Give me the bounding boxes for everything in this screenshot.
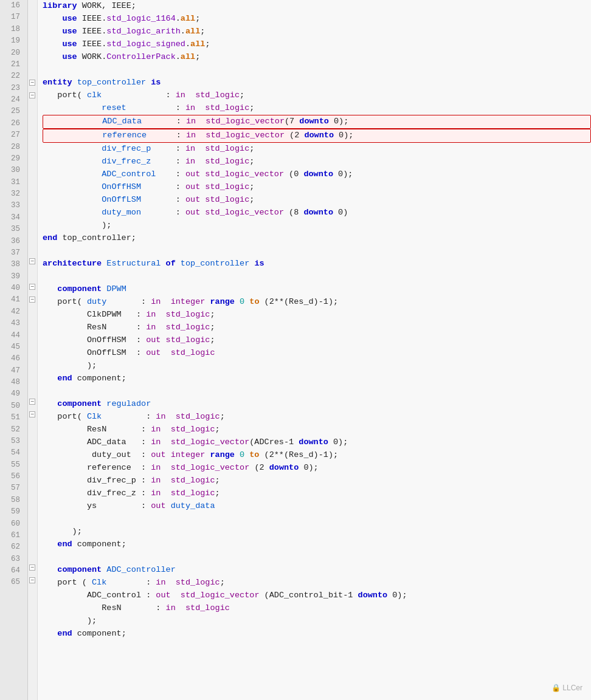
token: port(: [43, 296, 87, 309]
code-line: ys : out duty_data: [43, 500, 591, 513]
fold-line: [28, 128, 37, 140]
line-number: 39: [0, 271, 24, 283]
token: in: [186, 115, 206, 128]
token: IEEE.: [82, 38, 107, 51]
fold-collapse-icon[interactable]: −: [29, 80, 35, 86]
fold-collapse-icon[interactable]: −: [29, 284, 35, 290]
token: .: [181, 26, 185, 38]
fold-collapse-icon[interactable]: −: [29, 258, 35, 264]
token: std_logic: [205, 181, 249, 194]
line-number: 59: [0, 506, 24, 518]
code-line: library WORK, IEEE;: [43, 0, 591, 13]
token: in: [185, 143, 205, 156]
token: ADC_data :: [43, 436, 151, 449]
token: ;: [249, 181, 254, 194]
token: in: [151, 487, 170, 500]
token: :: [141, 194, 185, 207]
fold-collapse-icon[interactable]: −: [29, 92, 35, 98]
token: [43, 219, 102, 232]
token: downto: [269, 462, 299, 475]
code-line: );: [43, 360, 591, 372]
line-number: 40: [0, 283, 24, 294]
code-line: component regulador: [43, 398, 591, 411]
fold-collapse-icon[interactable]: −: [29, 399, 35, 405]
token: end: [43, 372, 77, 385]
token: end: [43, 232, 62, 245]
line-number: 23: [0, 83, 24, 94]
line-number: 16: [0, 0, 24, 12]
fold-collapse-icon[interactable]: −: [29, 577, 35, 583]
token: IEEE.: [82, 26, 107, 38]
token: 0);: [328, 436, 348, 449]
token: div_frec_p: [102, 143, 151, 156]
line-number: 22: [0, 70, 24, 82]
token: range: [210, 296, 240, 309]
code-line: div_frec_z : in std_logic;: [43, 156, 591, 168]
line-number: 34: [0, 212, 24, 224]
fold-collapse-icon[interactable]: −: [29, 411, 35, 417]
line-number: 27: [0, 129, 24, 141]
token: std_logic: [171, 487, 215, 500]
code-line: use WORK.ControllerPack.all;: [43, 51, 591, 64]
code-line: port( clk : in std_logic;: [43, 89, 591, 102]
token: 0: [240, 449, 249, 462]
token: clk: [87, 89, 102, 102]
token: top_controller;: [62, 232, 136, 245]
fold-line: [28, 370, 37, 383]
token: use: [43, 13, 82, 26]
fold-line: [28, 587, 37, 600]
token: std_logic: [195, 89, 240, 102]
fold-collapse-icon[interactable]: −: [29, 297, 35, 303]
token: 0): [333, 207, 348, 219]
token: is: [151, 77, 161, 89]
line-number: 17: [0, 12, 24, 23]
token: of: [166, 258, 181, 270]
token: ;: [195, 51, 200, 64]
code-line: duty_mon : out std_logic_vector (8 downt…: [43, 207, 591, 219]
token: [43, 143, 102, 156]
token: std_logic_vector: [181, 589, 264, 602]
token: in: [151, 424, 170, 436]
token: Clk: [92, 577, 106, 589]
fold-line: [28, 549, 37, 561]
token: :: [147, 129, 186, 142]
token: out: [146, 347, 171, 360]
code-line: OnOffLSM : out std_logic: [43, 347, 591, 360]
code-line: ResN : in std_logic: [43, 602, 591, 615]
token: component;: [77, 538, 126, 551]
line-number: 36: [0, 236, 24, 247]
token: downto: [304, 129, 334, 142]
token: component: [43, 398, 106, 411]
token: ;: [220, 411, 225, 424]
token: out: [185, 181, 205, 194]
token: use: [43, 51, 82, 64]
token: ;: [200, 26, 205, 38]
fold-line: [28, 625, 37, 638]
token: );: [102, 219, 111, 232]
code-line: ADC_data : in std_logic_vector(ADCres-1 …: [43, 436, 591, 449]
code-line: [43, 551, 591, 564]
token: std_logic_vector: [205, 168, 289, 181]
token: .: [176, 51, 181, 64]
token: :: [141, 181, 185, 194]
token: out: [146, 334, 165, 347]
fold-line: [28, 510, 37, 523]
fold-line: [28, 191, 37, 204]
line-number: 61: [0, 530, 24, 541]
code-line: OnOffHSM : out std_logic;: [43, 181, 591, 194]
code-line: ADC_control : out std_logic_vector (ADC_…: [43, 589, 591, 602]
token: reference :: [43, 462, 151, 475]
token: div_frec_z: [102, 156, 151, 168]
token: std_logic: [171, 347, 215, 360]
token: :: [106, 296, 151, 309]
line-number: 37: [0, 247, 24, 259]
token: :: [126, 102, 185, 115]
token: all: [185, 26, 200, 38]
token: :: [141, 207, 185, 219]
token: ;: [249, 156, 254, 168]
code-line: port( Clk : in std_logic;: [43, 411, 591, 424]
token: ADC_control: [102, 168, 156, 181]
fold-collapse-icon[interactable]: −: [29, 564, 35, 571]
fold-line: [28, 306, 37, 319]
line-number: 28: [0, 142, 24, 153]
